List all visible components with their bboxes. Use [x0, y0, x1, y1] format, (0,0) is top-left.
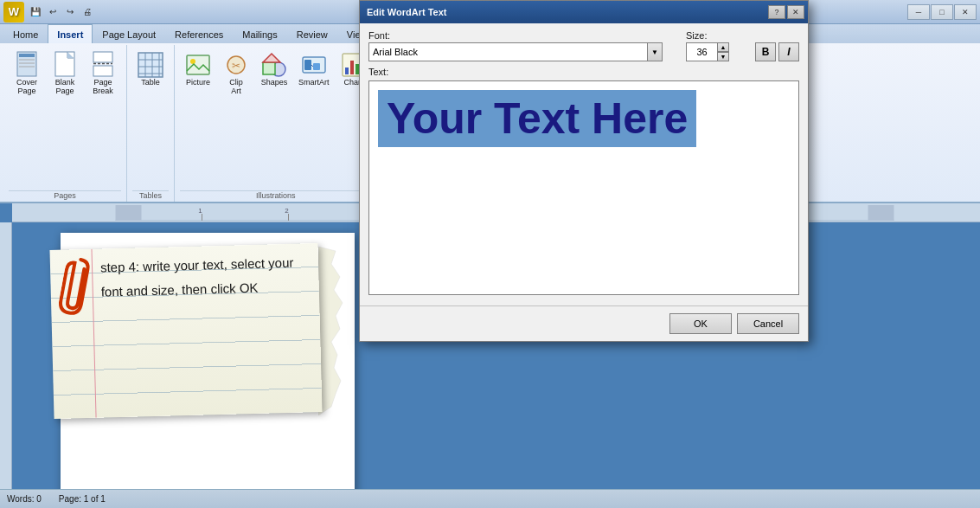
bold-btn[interactable]: B [755, 42, 776, 61]
smartart-label: SmartArt [298, 79, 330, 87]
sticky-note: step 4: write your text, select your fon… [50, 243, 323, 419]
svg-rect-5 [55, 52, 74, 76]
svg-text:1: 1 [198, 207, 202, 215]
word-count-label: Words: 0 [7, 494, 42, 504]
pages-group-label: Pages [9, 190, 121, 202]
wordart-dialog: Edit WordArt Text ? ✕ Font: ▼ Size: ▲ [359, 0, 809, 342]
tab-review[interactable]: Review [287, 24, 337, 43]
font-label: Font: [368, 30, 677, 41]
svg-point-18 [190, 59, 195, 64]
wordart-text-content: Your Text Here [387, 93, 688, 144]
sticky-text: step 4: write your text, select your fon… [50, 243, 320, 312]
size-spinners: ▲ ▼ [717, 42, 729, 61]
svg-rect-25 [304, 60, 311, 70]
text-field-label: Text: [368, 67, 799, 77]
pages-group-items: CoverPage BlankPage PageBreak [9, 47, 121, 189]
window-controls: ─ □ ✕ [907, 4, 977, 20]
font-input[interactable] [368, 42, 647, 61]
size-up-btn[interactable]: ▲ [717, 42, 729, 52]
table-label: Table [141, 79, 160, 87]
cover-page-button[interactable]: CoverPage [9, 48, 45, 99]
smartart-button[interactable]: SmartArt [294, 48, 334, 90]
font-input-group: ▼ [368, 42, 663, 61]
shapes-button[interactable]: Shapes [256, 48, 292, 90]
print-quick-btn[interactable]: 🖨 [80, 4, 95, 20]
picture-label: Picture [186, 79, 210, 87]
size-label: Size: [686, 30, 746, 41]
ribbon-group-pages: CoverPage BlankPage PageBreak Pages [3, 45, 127, 202]
cover-page-label: CoverPage [16, 79, 37, 96]
undo-quick-btn[interactable]: ↩ [45, 4, 61, 20]
tab-mailings[interactable]: Mailings [233, 24, 286, 43]
tab-insert[interactable]: Insert [48, 24, 93, 43]
clip-art-icon: ✂ [222, 51, 250, 79]
table-icon [137, 51, 164, 79]
picture-icon [184, 51, 212, 79]
dialog-title: Edit WordArt Text [367, 7, 446, 17]
redo-quick-btn[interactable]: ↪ [62, 4, 78, 20]
dialog-help-btn[interactable]: ? [768, 5, 785, 19]
dialog-window-controls: ? ✕ [768, 5, 804, 19]
text-area-container: Your Text Here [368, 80, 799, 295]
svg-rect-61 [116, 205, 142, 221]
minimize-button[interactable]: ─ [907, 4, 930, 20]
dialog-close-btn[interactable]: ✕ [787, 5, 804, 19]
ok-button[interactable]: OK [669, 313, 732, 334]
svg-rect-8 [93, 66, 112, 76]
page-break-button[interactable]: PageBreak [85, 48, 121, 99]
page-break-icon [89, 51, 117, 79]
svg-rect-1 [19, 54, 35, 57]
smartart-icon [300, 51, 328, 79]
size-down-btn[interactable]: ▼ [717, 52, 729, 61]
illustrations-group-label: Illustrations [180, 190, 372, 202]
status-bar: Words: 0 Page: 1 of 1 [0, 489, 980, 508]
blank-page-label: BlankPage [55, 79, 75, 96]
svg-rect-17 [187, 55, 209, 74]
table-button[interactable]: Table [132, 48, 169, 90]
shapes-label: Shapes [261, 79, 288, 87]
size-input[interactable] [686, 42, 717, 61]
picture-button[interactable]: Picture [180, 48, 216, 90]
svg-rect-62 [868, 205, 894, 221]
svg-rect-22 [263, 62, 275, 74]
blank-page-button[interactable]: BlankPage [47, 48, 83, 99]
blank-page-icon [51, 51, 79, 79]
quick-access-toolbar: 💾 ↩ ↪ 🖨 [28, 4, 95, 20]
font-field: Font: ▼ [368, 30, 677, 61]
page-break-label: PageBreak [93, 79, 113, 96]
close-button[interactable]: ✕ [954, 4, 977, 20]
svg-text:2: 2 [285, 207, 289, 215]
italic-btn[interactable]: I [778, 42, 799, 61]
clip-art-button[interactable]: ✂ ClipArt [218, 48, 254, 99]
tab-page-layout[interactable]: Page Layout [93, 24, 165, 43]
torn-paper-right [318, 247, 344, 415]
svg-rect-7 [93, 52, 112, 62]
style-buttons: B I [755, 42, 799, 61]
maximize-button[interactable]: □ [931, 4, 953, 20]
ribbon-group-illustrations: Picture ✂ ClipArt Shapes [175, 45, 378, 202]
cancel-button[interactable]: Cancel [737, 313, 799, 334]
save-quick-btn[interactable]: 💾 [28, 4, 43, 20]
tab-home[interactable]: Home [3, 24, 48, 43]
illustrations-group-items: Picture ✂ ClipArt Shapes [180, 47, 372, 189]
dialog-footer: OK Cancel [360, 305, 808, 341]
dialog-body: Font: ▼ Size: ▲ ▼ B I [360, 23, 808, 302]
office-logo: W [3, 2, 24, 23]
tables-group-label: Tables [132, 190, 169, 202]
dialog-titlebar: Edit WordArt Text ? ✕ [360, 1, 808, 23]
font-size-row: Font: ▼ Size: ▲ ▼ B I [368, 30, 799, 61]
shapes-icon [260, 51, 288, 79]
svg-rect-30 [350, 61, 354, 74]
tables-group-items: Table [132, 47, 169, 189]
tab-references[interactable]: References [165, 24, 233, 43]
page-count-label: Page: 1 of 1 [59, 494, 106, 504]
title-bar-left: W 💾 ↩ ↪ 🖨 [3, 2, 95, 23]
svg-rect-31 [355, 64, 359, 74]
cover-page-icon [13, 51, 41, 79]
clip-art-label: ClipArt [229, 79, 243, 96]
font-dropdown-btn[interactable]: ▼ [647, 42, 663, 61]
size-input-group: ▲ ▼ [686, 42, 746, 61]
svg-text:✂: ✂ [232, 60, 240, 72]
svg-rect-26 [313, 63, 320, 70]
wordart-text-selected[interactable]: Your Text Here [378, 90, 696, 147]
